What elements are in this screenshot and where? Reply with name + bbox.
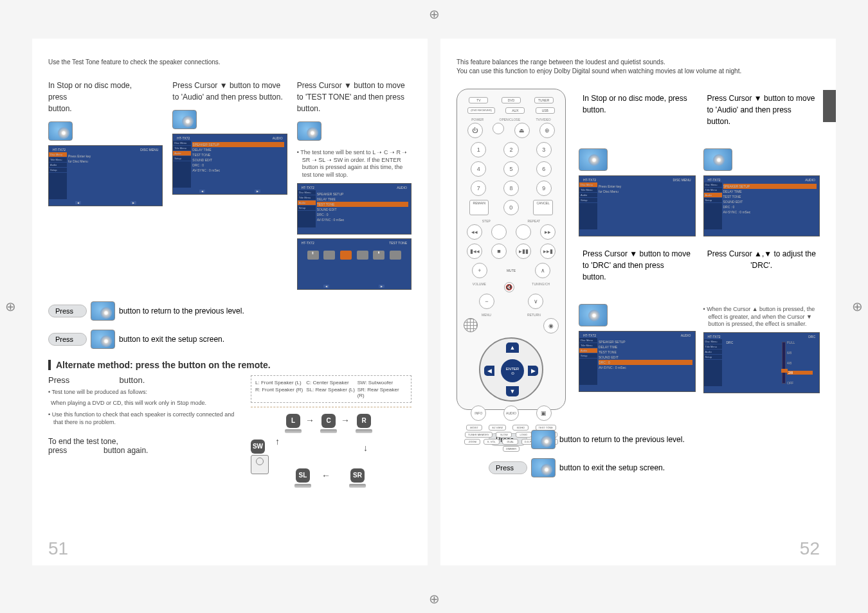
ss-nav: Disc Menu [298, 190, 316, 195]
ss-item: DRC : 0 [599, 360, 692, 365]
remote-tv-button[interactable]: TV [469, 97, 488, 103]
skip-fwd[interactable]: ▸▸ [540, 224, 556, 240]
ss-text: Press Enter key [599, 184, 692, 189]
ss-nav: Disc Menu [173, 141, 191, 146]
remote-dvd-button[interactable]: DVD [502, 97, 521, 103]
ss-title-l: HT-TX72 [177, 136, 190, 140]
exit-row: Press button to exit the setup screen. [48, 328, 411, 351]
ss-nav: Disc Menu [579, 338, 597, 343]
grid-btn[interactable]: DIMMER [503, 446, 520, 452]
page-number: 51 [48, 538, 68, 559]
legend-sw: SW: Subwoofer [357, 380, 407, 386]
grid-btn[interactable]: ZOOM [464, 439, 480, 445]
menu-button[interactable] [464, 318, 478, 332]
ss-nav: Setup [49, 168, 67, 173]
pl2-button[interactable]: ▣ [536, 405, 552, 421]
remote-receiver-button[interactable]: (DVD RECEIVER) [467, 107, 495, 114]
press-label: Press [48, 375, 69, 385]
grid-btn[interactable]: MO/ST [466, 425, 482, 431]
grid-btn[interactable]: TUNER MEMORY [465, 432, 493, 438]
remote-aux-button[interactable]: AUX [505, 107, 525, 114]
info-button[interactable]: INFO [471, 405, 486, 421]
crop-mark: ⊕ [5, 299, 16, 314]
step-button[interactable] [491, 224, 507, 240]
label: OPEN/CLOSE [500, 118, 521, 121]
cancel-button[interactable]: CANCEL [533, 200, 552, 215]
rstep-4: Press Cursor ▲,▼ to adjust the 'DRC'. • … [703, 244, 820, 393]
num-8[interactable]: 8 [503, 181, 519, 196]
rstep4-text: Press Cursor ▲,▼ to adjust the 'DRC'. [707, 249, 816, 270]
ss-item: DELAY TIME [723, 189, 817, 194]
rstep3-text-b: button. [583, 272, 606, 281]
rstep-3: Press Cursor ▼ button to move to 'DRC' a… [579, 244, 696, 393]
num-6[interactable]: 6 [536, 161, 552, 177]
tune-up[interactable]: ∧ [535, 263, 550, 278]
num-0[interactable]: 0 [503, 200, 519, 215]
tv-video-button[interactable]: ⊕ [539, 123, 555, 138]
alt-bullet-1b: When playing a DVD or CD, this will work… [48, 400, 241, 407]
remain-button[interactable]: REMAIN [469, 200, 489, 215]
exit-row: Press button to exit the setup screen. [489, 456, 820, 479]
scale: FULL [787, 341, 813, 344]
cursor-up[interactable]: ▲ [506, 342, 519, 353]
play-pause-button[interactable]: ▸▮▮ [516, 244, 531, 259]
ss-item: DRC : 0 [723, 204, 817, 209]
eject-button[interactable]: ⏏ [514, 123, 530, 138]
power-button[interactable]: ⏻ [467, 123, 483, 138]
enter-button[interactable]: ENTER ⊙ [501, 359, 524, 382]
cursor-down[interactable]: ▼ [506, 386, 519, 396]
grid-btn[interactable]: DUAL [502, 439, 518, 445]
speaker-legend: L: Front Speaker (L) C: Center Speaker S… [251, 375, 411, 403]
num-7[interactable]: 7 [471, 181, 486, 196]
mute-label: MUTE [507, 269, 516, 272]
num-5[interactable]: 5 [503, 161, 519, 177]
ss-item: AV-SYNC : 0 mSec [599, 365, 692, 370]
screenshot-disc-menu: HT-TX72DISC MENU Disc Menu Title Menu Au… [48, 145, 163, 206]
ss-item: DELAY TIME [599, 344, 692, 350]
skip-back[interactable]: ◂◂ [467, 224, 482, 240]
ss-nav: Setup [173, 156, 191, 161]
grid-btn[interactable]: SD/HD [512, 425, 529, 431]
vol-up[interactable]: + [472, 263, 487, 278]
alt-left-col: Press button. • Test tone will be produc… [48, 375, 241, 497]
grid-btn[interactable]: SLOW [496, 432, 512, 438]
press-suffix: button. [119, 375, 145, 385]
tune-down[interactable]: ∨ [528, 294, 543, 309]
num-1[interactable]: 1 [471, 142, 486, 157]
cursor-right[interactable]: ▶ [528, 366, 538, 376]
ss-nav: Title Menu [704, 188, 722, 193]
label: VOLUME [473, 282, 486, 292]
menu-button-icon [531, 458, 556, 477]
exit-text: button to exit the setup screen. [119, 335, 224, 344]
ss-title-r: DISC MENU [673, 178, 691, 182]
rstep2-text-b: button. [707, 117, 731, 126]
rstep-2: Press Cursor ▼ button to move to 'Audio'… [703, 89, 820, 236]
audio-button[interactable]: AUDIO [503, 405, 519, 421]
ss-text: for Disc Menu [68, 159, 159, 164]
mute-button[interactable]: 🔇 [504, 282, 514, 292]
vol-down[interactable]: − [479, 294, 494, 309]
prev-button[interactable]: ▮◂◂ [467, 244, 482, 259]
repeat-button[interactable] [516, 224, 531, 240]
ss-nav: Audio [579, 193, 597, 198]
return-button[interactable]: ◉ [543, 318, 559, 333]
grid-btn[interactable]: S. VOL [484, 439, 500, 445]
ss-item: SOUND EDIT [723, 199, 817, 204]
press-pill: Press [48, 305, 87, 317]
ss-nav: Title Menu [298, 195, 316, 200]
stop-button[interactable]: ■ [491, 244, 507, 259]
remote-usb-button[interactable]: USB [536, 107, 555, 114]
cursor-left[interactable]: ◀ [484, 366, 494, 376]
next-button[interactable]: ▸▸▮ [540, 244, 556, 259]
grid-btn[interactable]: LOGO [516, 432, 532, 438]
remote-tuner-button[interactable]: TUNER [534, 97, 554, 103]
ss-nav: Audio [298, 200, 316, 206]
num-4[interactable]: 4 [471, 161, 486, 177]
num-9[interactable]: 9 [536, 181, 552, 196]
page-number: 52 [800, 538, 820, 559]
ss-item: AV-SYNC : 0 mSec [723, 209, 817, 215]
num-3[interactable]: 3 [536, 142, 552, 157]
return-button-icon [531, 430, 556, 449]
grid-btn[interactable]: EZ VIEW [489, 425, 505, 431]
num-2[interactable]: 2 [503, 142, 519, 157]
